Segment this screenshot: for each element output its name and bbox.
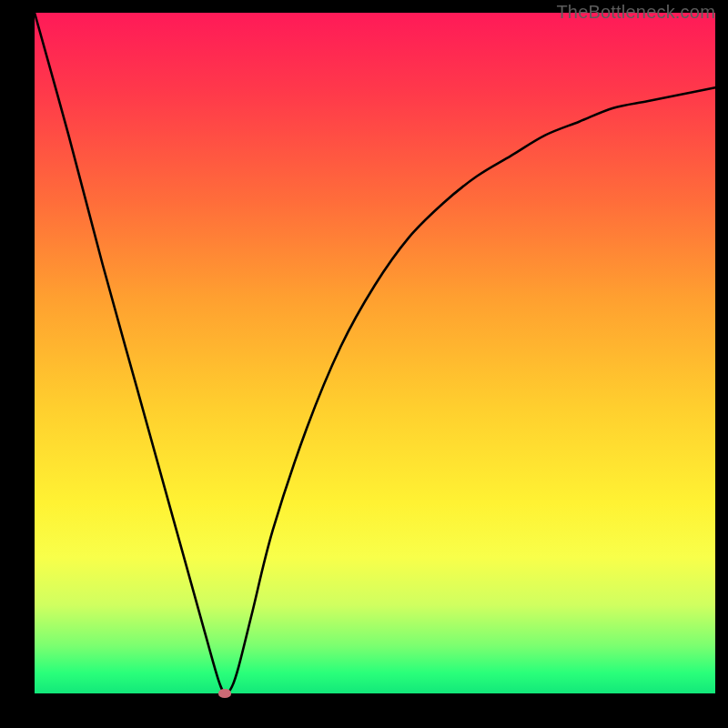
optimal-point-marker: [218, 689, 231, 698]
watermark-text: TheBottleneck.com: [556, 2, 715, 23]
curve-svg: [35, 13, 715, 693]
plot-area: [35, 13, 715, 693]
chart-frame: TheBottleneck.com: [0, 0, 728, 728]
bottleneck-curve: [35, 13, 715, 693]
